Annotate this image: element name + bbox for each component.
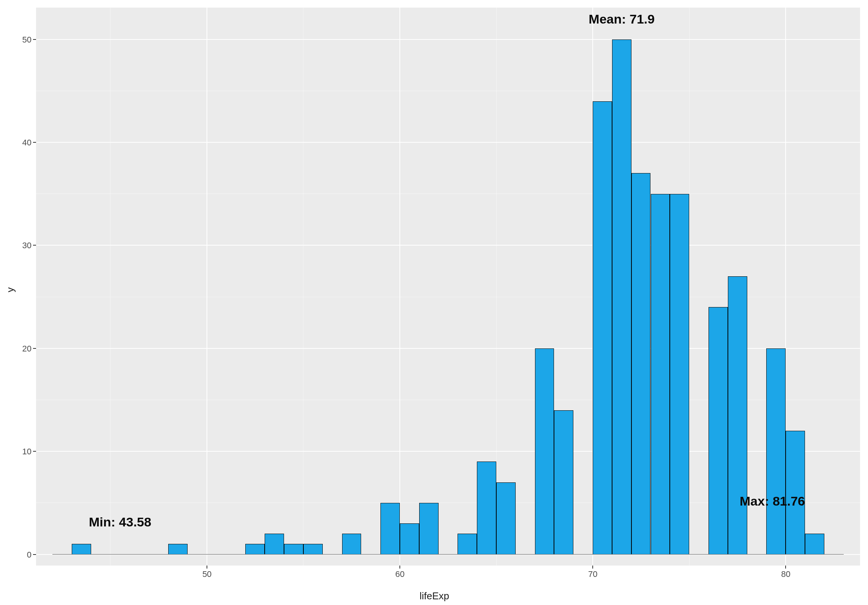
histogram-bar <box>496 482 516 555</box>
y-gridline <box>36 245 860 246</box>
annotation-max: Max: 81.76 <box>740 494 805 509</box>
histogram-bar <box>477 462 496 554</box>
y-tick-mark <box>33 245 36 246</box>
y-axis-title: y <box>5 287 16 292</box>
x-tick-label: 60 <box>395 569 404 579</box>
histogram-bar <box>245 544 265 554</box>
histogram-bar <box>631 173 651 554</box>
histogram-bar <box>651 194 670 555</box>
y-tick-label: 20 <box>22 344 32 354</box>
y-gridline <box>36 142 860 143</box>
histogram-bar <box>612 39 631 555</box>
annotation-mean: Mean: 71.9 <box>589 12 655 27</box>
x-gridline <box>399 8 400 566</box>
y-tick-mark <box>33 142 36 143</box>
histogram-bar <box>400 523 419 554</box>
histogram-bar <box>303 544 323 554</box>
histogram-bar <box>554 410 573 555</box>
histogram-bar <box>265 534 284 554</box>
histogram-bar <box>728 276 747 555</box>
x-tick-mark <box>592 566 593 569</box>
histogram-bar <box>709 307 728 554</box>
histogram-bar <box>786 431 805 555</box>
histogram-bar <box>593 101 612 555</box>
histogram-bar <box>342 534 361 554</box>
x-tick-mark <box>399 566 400 569</box>
y-tick-label: 50 <box>22 35 32 45</box>
y-tick-label: 40 <box>22 138 32 148</box>
histogram-bar <box>766 348 786 555</box>
x-tick-label: 50 <box>202 569 211 579</box>
y-tick-label: 0 <box>27 550 32 560</box>
histogram-bar <box>284 544 303 554</box>
x-gridline <box>207 8 207 566</box>
x-tick-label: 80 <box>781 569 790 579</box>
histogram-bar <box>805 534 824 554</box>
x-tick-mark <box>785 566 786 569</box>
y-gridline-minor <box>36 91 860 91</box>
y-tick-mark <box>33 348 36 349</box>
x-tick-label: 70 <box>588 569 597 579</box>
y-tick-mark <box>33 39 36 40</box>
histogram-bar <box>380 503 400 555</box>
baseline <box>52 554 843 555</box>
x-gridline-minor <box>110 8 110 566</box>
y-tick-mark <box>33 554 36 555</box>
histogram-bar <box>168 544 188 554</box>
chart-container: y lifeExp Min: 43.58Mean: 71.9Max: 81.76… <box>0 0 868 605</box>
y-tick-label: 30 <box>22 241 32 251</box>
x-gridline-minor <box>303 8 303 566</box>
histogram-bar <box>72 544 91 554</box>
x-axis-title: lifeExp <box>420 590 449 602</box>
histogram-bar <box>535 348 554 555</box>
annotation-min: Min: 43.58 <box>89 515 151 529</box>
y-tick-label: 10 <box>22 447 32 457</box>
histogram-bar <box>419 503 439 555</box>
x-tick-mark <box>207 566 207 569</box>
histogram-bar <box>670 194 689 555</box>
y-gridline-minor <box>36 194 860 194</box>
y-tick-mark <box>33 451 36 452</box>
y-gridline <box>36 39 860 40</box>
histogram-bar <box>458 534 477 554</box>
plot-panel: Min: 43.58Mean: 71.9Max: 81.76 <box>36 8 860 566</box>
